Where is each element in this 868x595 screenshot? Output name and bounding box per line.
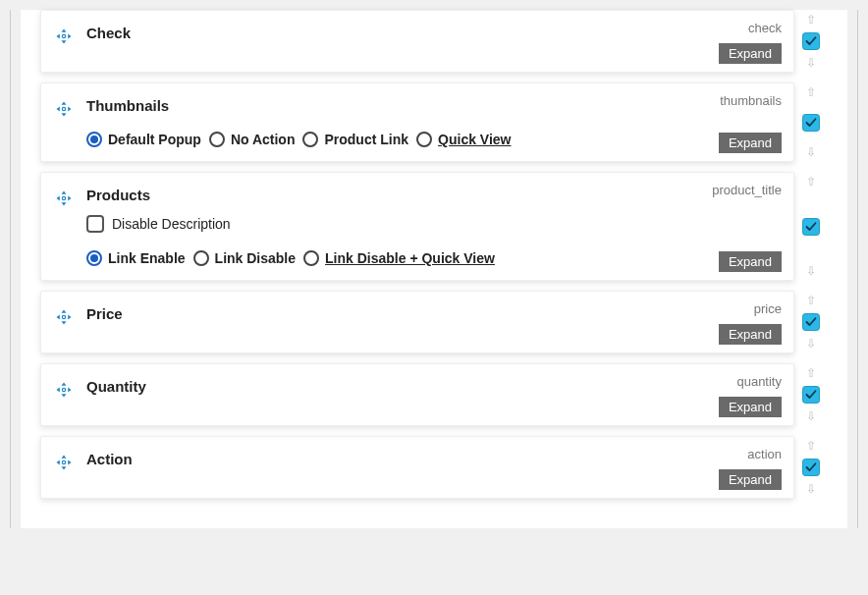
drag-handle-icon[interactable] (54, 99, 74, 119)
svg-marker-11 (62, 202, 67, 205)
svg-marker-7 (57, 107, 60, 112)
expand-button[interactable]: Expand (719, 133, 782, 153)
svg-point-24 (62, 388, 65, 391)
panel-title: Products (86, 187, 666, 203)
expand-button[interactable]: Expand (719, 324, 782, 345)
move-down-icon[interactable]: ⇩ (806, 410, 816, 422)
svg-marker-22 (57, 388, 60, 393)
expand-button[interactable]: Expand (719, 397, 782, 417)
panel-slug: action (747, 447, 782, 461)
radio-option[interactable] (209, 132, 225, 147)
panel-action: ActionactionExpand (40, 436, 794, 499)
columns-list: CheckcheckExpand⇧ ⇩ ThumbnailsDefault Po… (21, 10, 847, 528)
panel-side-controls: ⇧ ⇩ (794, 291, 828, 353)
move-up-icon[interactable]: ⇧ (806, 176, 816, 188)
radio-label: Link Disable (215, 250, 296, 266)
svg-marker-23 (68, 388, 71, 393)
panel-title: Action (86, 451, 666, 467)
radio-option[interactable] (302, 132, 318, 147)
svg-marker-2 (57, 34, 60, 39)
panel-side-controls: ⇧ ⇩ (794, 172, 828, 281)
panel-thumbnails: ThumbnailsDefault PopupNo ActionProduct … (40, 82, 794, 162)
svg-marker-17 (57, 315, 60, 320)
expand-button[interactable]: Expand (719, 251, 782, 272)
move-up-icon[interactable]: ⇧ (806, 440, 816, 452)
svg-marker-20 (62, 383, 67, 386)
move-up-icon[interactable]: ⇧ (806, 14, 816, 26)
svg-marker-21 (62, 394, 67, 397)
move-down-icon[interactable]: ⇩ (806, 483, 816, 495)
visibility-toggle[interactable] (802, 32, 820, 50)
panel-slug: thumbnails (720, 93, 782, 108)
svg-point-9 (62, 107, 65, 110)
expand-button[interactable]: Expand (719, 469, 782, 490)
panel-title: Check (86, 25, 666, 41)
panel-price: PricepriceExpand (40, 291, 794, 353)
svg-marker-25 (62, 456, 67, 459)
panel-side-controls: ⇧ ⇩ (794, 436, 828, 499)
panel-title: Price (86, 305, 666, 322)
visibility-toggle[interactable] (802, 218, 820, 236)
drag-handle-icon[interactable] (54, 27, 74, 46)
radio-option[interactable] (303, 250, 319, 266)
svg-marker-8 (68, 107, 71, 112)
radio-label: Product Link (324, 132, 408, 147)
visibility-toggle[interactable] (802, 386, 820, 404)
svg-point-4 (62, 34, 65, 37)
drag-handle-icon[interactable] (54, 380, 74, 400)
svg-marker-13 (68, 196, 71, 201)
move-up-icon[interactable]: ⇧ (806, 295, 816, 306)
radio-label: Quick View (438, 132, 511, 147)
drag-handle-icon[interactable] (54, 307, 74, 327)
panel-check: CheckcheckExpand (40, 10, 794, 73)
radio-option[interactable] (416, 132, 432, 147)
move-down-icon[interactable]: ⇩ (806, 57, 816, 69)
svg-marker-3 (68, 34, 71, 39)
svg-marker-12 (57, 196, 60, 201)
radio-label: Link Disable + Quick View (325, 250, 495, 266)
radio-label: Link Enable (108, 250, 186, 266)
panel-slug: quantity (736, 374, 782, 389)
radio-option[interactable] (193, 250, 209, 266)
panel-slug: price (754, 301, 782, 316)
svg-marker-6 (62, 113, 67, 116)
svg-marker-15 (62, 310, 67, 313)
drag-handle-icon[interactable] (54, 453, 74, 472)
visibility-toggle[interactable] (802, 459, 820, 476)
radio-label: No Action (231, 132, 296, 147)
expand-button[interactable]: Expand (719, 43, 782, 64)
svg-point-29 (62, 460, 65, 463)
svg-marker-5 (62, 102, 67, 105)
panel-products: ProductsDisable DescriptionLink EnableLi… (40, 172, 794, 281)
radio-label: Default Popup (108, 132, 201, 147)
panel-title: Quantity (86, 378, 666, 395)
svg-marker-16 (62, 321, 67, 324)
move-down-icon[interactable]: ⇩ (806, 338, 816, 350)
move-down-icon[interactable]: ⇩ (806, 146, 816, 158)
checkbox-label: Disable Description (112, 216, 231, 232)
disable-description-checkbox[interactable] (86, 215, 104, 233)
panel-title: Thumbnails (86, 97, 666, 114)
move-down-icon[interactable]: ⇩ (806, 265, 816, 277)
svg-marker-27 (57, 460, 60, 465)
svg-marker-0 (62, 29, 67, 32)
radio-option[interactable] (86, 250, 102, 266)
svg-point-19 (62, 315, 65, 318)
move-up-icon[interactable]: ⇧ (806, 367, 816, 379)
panel-side-controls: ⇧ ⇩ (794, 363, 828, 426)
svg-marker-18 (68, 315, 71, 320)
visibility-toggle[interactable] (802, 114, 820, 132)
svg-point-14 (62, 196, 65, 199)
visibility-toggle[interactable] (802, 313, 820, 331)
panel-side-controls: ⇧ ⇩ (794, 10, 828, 73)
move-up-icon[interactable]: ⇧ (806, 86, 816, 98)
svg-marker-10 (62, 191, 67, 194)
panel-slug: product_title (712, 183, 782, 197)
panel-quantity: QuantityquantityExpand (40, 363, 794, 426)
svg-marker-28 (68, 460, 71, 465)
panel-side-controls: ⇧ ⇩ (794, 82, 828, 162)
svg-marker-26 (62, 466, 67, 469)
drag-handle-icon[interactable] (54, 189, 74, 208)
radio-option[interactable] (86, 132, 102, 147)
svg-marker-1 (62, 40, 67, 43)
